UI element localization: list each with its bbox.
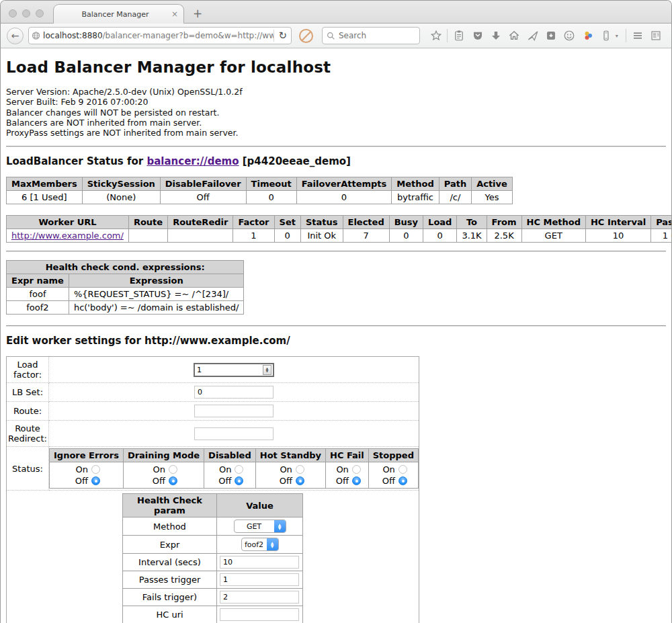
battery-icon[interactable] [597, 27, 615, 45]
hc-fail-off-radio[interactable] [352, 476, 361, 485]
download-box-icon[interactable] [542, 27, 560, 45]
method-select-value: GET [235, 522, 274, 531]
expr-select[interactable]: foof2 ▲▼ [241, 538, 279, 551]
column-header: Active [472, 177, 513, 191]
content-blocked-icon[interactable] [299, 29, 313, 43]
status-cell-disabled: On Off [204, 462, 256, 489]
tab-balancer-manager[interactable]: Balancer Manager × [53, 4, 184, 24]
draining-mode-off-radio[interactable] [169, 476, 177, 485]
home-icon[interactable] [505, 27, 523, 45]
select-arrows-icon: ▲▼ [274, 520, 286, 533]
hc-uri-input[interactable] [220, 608, 299, 621]
ignore-errors-off-radio[interactable] [91, 476, 100, 485]
color-dots-icon[interactable] [579, 27, 597, 45]
on-label: On [277, 464, 292, 475]
url-host: localhost:8880 [43, 31, 102, 40]
cell-timeout: 0 [246, 191, 296, 204]
route-input[interactable] [194, 405, 274, 417]
zoom-window-button[interactable] [36, 9, 44, 17]
column-header: Busy [389, 216, 423, 229]
reload-icon[interactable]: ↻ [278, 30, 288, 42]
toolbar-separator [626, 29, 626, 42]
url-bar[interactable]: localhost:8880/balancer-manager?b=demo&w… [28, 27, 292, 44]
table-header-row: Expr name Expression [7, 274, 244, 288]
hc-fail-on-radio[interactable] [352, 465, 361, 474]
column-header: Health Check param [123, 494, 217, 517]
reader-icon[interactable] [647, 27, 665, 45]
interval-input[interactable] [220, 556, 299, 569]
column-header: Worker URL [7, 216, 129, 229]
route-redirect-input[interactable] [194, 427, 274, 440]
column-header: Factor [233, 216, 274, 229]
draining-mode-on-radio[interactable] [169, 465, 177, 474]
status-cell-ignore-errors: On Off [50, 462, 124, 489]
cell-method: bytraffic [392, 191, 439, 204]
column-header: Elected [343, 216, 389, 229]
feedback-smiley-icon[interactable] [560, 27, 579, 45]
cell-from: 2.5K [487, 229, 521, 243]
new-tab-button[interactable]: + [193, 7, 202, 20]
column-header: MaxMembers [7, 177, 83, 191]
column-header: Draining Mode [123, 449, 204, 462]
balancer-demo-link[interactable]: balancer://demo [146, 155, 239, 167]
worker-url-link[interactable]: http://www.example.com/ [11, 231, 124, 241]
status-label: Status: [7, 447, 49, 491]
expr-select-value: foof2 [242, 540, 267, 549]
expr-table-caption: Health check cond. expressions: [7, 261, 244, 274]
cell-disablefailover: Off [160, 191, 246, 204]
ignore-errors-on-radio[interactable] [91, 465, 100, 474]
tab-bar: Balancer Manager × + [1, 1, 671, 24]
table-row: Fails trigger) [123, 589, 303, 606]
cell-factor: 1 [233, 229, 274, 243]
overflow-caret-icon[interactable]: ▾ [616, 33, 624, 39]
search-bar[interactable] [322, 27, 420, 44]
bookmark-star-icon[interactable] [427, 27, 445, 45]
divider [6, 251, 666, 252]
pocket-icon[interactable] [468, 27, 487, 45]
column-header: Method [392, 177, 439, 191]
downloads-icon[interactable] [487, 27, 505, 45]
server-built-line: Server Built: Feb 9 2016 07:00:20 [6, 97, 666, 107]
fails-input[interactable] [220, 591, 299, 604]
close-window-button[interactable] [9, 9, 17, 17]
disabled-off-radio[interactable] [235, 476, 243, 485]
url-path: /balancer-manager?b=demo&w=http://www.ex… [103, 31, 274, 40]
lb-set-label: LB Set: [7, 383, 49, 402]
number-spinner-icon[interactable]: ▲▼ [263, 365, 271, 375]
hot-standby-on-radio[interactable] [296, 465, 304, 474]
tab-close-icon[interactable]: × [171, 9, 178, 19]
load-factor-label: Load factor: [7, 357, 49, 383]
status-heading-prefix: LoadBalancer Status for [6, 155, 146, 167]
on-label: On [333, 464, 349, 475]
radio-row: On Off On Off On Off [50, 462, 419, 489]
edit-worker-form: Load factor: ▲▼ LB Set: Route: Route Red… [6, 356, 419, 623]
back-button[interactable]: ← [7, 28, 24, 44]
load-factor-input[interactable] [195, 366, 263, 374]
hot-standby-off-radio[interactable] [296, 476, 304, 485]
send-tab-icon[interactable] [523, 27, 542, 45]
column-header: Load [423, 216, 457, 229]
passes-input[interactable] [220, 573, 299, 586]
stopped-off-radio[interactable] [398, 476, 407, 485]
off-label: Off [216, 475, 231, 487]
route-label: Route: [7, 402, 49, 421]
on-label: On [216, 464, 231, 475]
lb-set-input[interactable] [194, 386, 274, 399]
minimize-window-button[interactable] [22, 9, 30, 17]
table-row: 6 [1 Used] (None) Off 0 0 bytraffic /c/ … [7, 191, 513, 204]
cell-hc-method: GET [521, 229, 585, 243]
table-row: Passes trigger [123, 571, 303, 589]
menu-icon[interactable] [628, 27, 646, 45]
method-label: Method [123, 517, 217, 536]
column-header: FailoverAttempts [296, 177, 392, 191]
method-select[interactable]: GET ▲▼ [234, 520, 286, 533]
column-header: To [457, 216, 487, 229]
search-icon [327, 32, 335, 40]
cell-worker-url: http://www.example.com/ [7, 229, 129, 243]
divider [6, 325, 666, 327]
bookmarks-clipboard-icon[interactable] [450, 27, 468, 45]
disabled-on-radio[interactable] [235, 465, 243, 474]
search-input[interactable] [339, 31, 406, 40]
health-check-expressions-table: Health check cond. expressions: Expr nam… [6, 260, 244, 315]
stopped-on-radio[interactable] [398, 465, 407, 474]
